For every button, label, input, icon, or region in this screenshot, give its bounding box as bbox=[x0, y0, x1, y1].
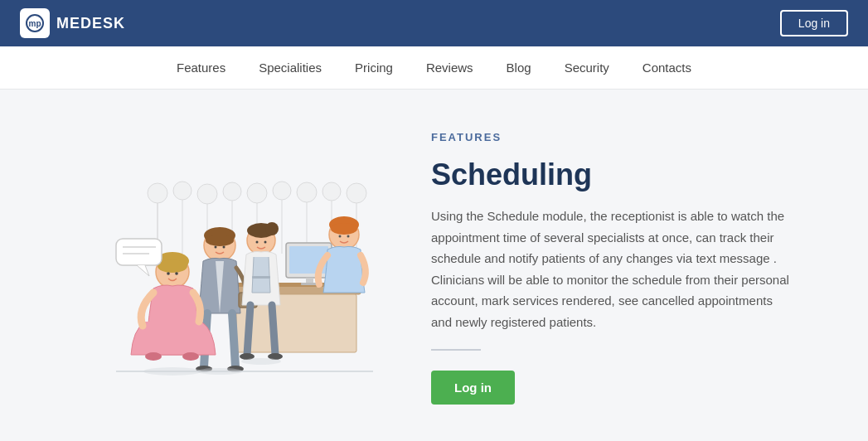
svg-point-36 bbox=[206, 235, 234, 246]
svg-point-44 bbox=[265, 222, 279, 235]
nav-item-pricing[interactable]: Pricing bbox=[355, 57, 393, 78]
section-description: Using the Schedule module, the reception… bbox=[431, 206, 796, 332]
svg-point-6 bbox=[247, 183, 267, 203]
svg-point-9 bbox=[322, 182, 341, 201]
section-title: Scheduling bbox=[431, 157, 802, 192]
logo-text: MEDESK bbox=[56, 15, 125, 32]
svg-point-4 bbox=[197, 184, 217, 204]
svg-point-38 bbox=[223, 246, 225, 249]
nav-item-blog[interactable]: Blog bbox=[507, 57, 531, 78]
svg-point-3 bbox=[173, 182, 192, 200]
section-divider bbox=[431, 349, 481, 351]
svg-text:mp: mp bbox=[29, 19, 41, 28]
svg-point-8 bbox=[297, 182, 317, 202]
svg-point-10 bbox=[347, 183, 366, 203]
header-login-button[interactable]: Log in bbox=[780, 10, 848, 36]
svg-point-59 bbox=[182, 352, 199, 361]
nav-item-specialities[interactable]: Specialities bbox=[259, 57, 322, 78]
svg-point-5 bbox=[223, 182, 241, 201]
svg-point-2 bbox=[148, 183, 167, 203]
svg-point-31 bbox=[331, 223, 357, 235]
svg-point-7 bbox=[273, 182, 291, 200]
logo-area: mp MEDESK bbox=[20, 8, 125, 38]
main-content: FEATURES Scheduling Using the Schedule m… bbox=[0, 90, 868, 441]
svg-rect-47 bbox=[252, 276, 270, 279]
illustration-area bbox=[50, 148, 381, 388]
header: mp MEDESK Log in bbox=[0, 0, 868, 46]
main-login-button[interactable]: Log in bbox=[431, 371, 515, 405]
svg-point-46 bbox=[264, 241, 267, 244]
svg-point-52 bbox=[158, 259, 187, 273]
content-area: FEATURES Scheduling Using the Schedule m… bbox=[431, 131, 802, 405]
section-label: FEATURES bbox=[431, 131, 802, 143]
nav-item-security[interactable]: Security bbox=[565, 57, 609, 78]
svg-point-45 bbox=[256, 241, 259, 244]
svg-point-32 bbox=[339, 235, 342, 238]
scheduling-illustration bbox=[50, 148, 381, 388]
svg-point-63 bbox=[241, 358, 281, 365]
nav-item-reviews[interactable]: Reviews bbox=[426, 57, 473, 78]
svg-point-54 bbox=[175, 272, 178, 275]
svg-point-33 bbox=[347, 235, 350, 238]
logo-icon: mp bbox=[20, 8, 50, 38]
svg-rect-55 bbox=[116, 239, 162, 265]
svg-point-53 bbox=[167, 272, 170, 275]
svg-point-61 bbox=[143, 367, 201, 376]
svg-point-58 bbox=[145, 352, 162, 361]
nav-item-features[interactable]: Features bbox=[177, 57, 225, 78]
navigation: Features Specialities Pricing Reviews Bl… bbox=[0, 46, 868, 90]
nav-item-contacts[interactable]: Contacts bbox=[643, 57, 691, 78]
svg-point-37 bbox=[215, 246, 217, 249]
svg-point-62 bbox=[196, 368, 243, 375]
